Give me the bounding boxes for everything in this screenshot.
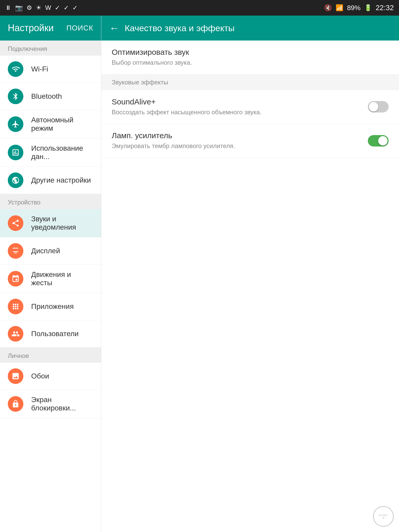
nav-item-apps[interactable]: Приложения <box>0 293 101 320</box>
lockscreen-icon <box>8 396 23 412</box>
sound-effects-label: Звуковые эффекты <box>101 75 399 90</box>
soundalive-text: SoundAlive+ Воссоздать эффект насыщенног… <box>112 97 363 117</box>
tubeamp-toggle-knob <box>378 136 388 145</box>
right-panel: ← Качество звука и эффекты Оптимизироват… <box>101 16 399 532</box>
wifi-status-icon: 📶 <box>336 4 343 11</box>
apps-icon <box>8 299 23 314</box>
display-icon <box>8 243 23 259</box>
othersettings-icon <box>8 172 23 188</box>
nav-item-wifi[interactable]: Wi-Fi <box>0 56 101 83</box>
sounds-icon <box>8 215 23 231</box>
airplane-label: Автономный режим <box>31 116 93 132</box>
settings-title: Настройки <box>8 23 54 34</box>
section-personal: Личное <box>0 348 101 363</box>
settings-icon: ⚙ <box>26 4 32 11</box>
display-label: Дисплей <box>31 247 60 255</box>
users-icon <box>8 326 23 342</box>
left-panel: Настройки ПОИСК Подключения Wi-Fi Blueto… <box>0 16 101 532</box>
optimize-sound-subtitle: Выбор оптимального звука. <box>112 58 389 67</box>
optimize-sound-text: Оптимизировать звук Выбор оптимального з… <box>112 48 389 67</box>
tubeamp-text: Ламп. усилитель Эмулировать тембр лампов… <box>112 131 363 150</box>
datausage-icon <box>8 145 23 160</box>
nav-item-airplane[interactable]: Автономный режим <box>0 110 101 138</box>
nav-item-sounds[interactable]: Звуки и уведомления <box>0 209 101 237</box>
nav-item-display[interactable]: Дисплей <box>0 237 101 265</box>
bluetooth-icon <box>8 89 23 104</box>
apps-label: Приложения <box>31 302 74 311</box>
optimize-sound-title: Оптимизировать звук <box>112 48 389 57</box>
wifi-label: Wi-Fi <box>31 65 48 73</box>
right-header: ← Качество звука и эффекты <box>101 16 399 41</box>
nav-item-bluetooth[interactable]: Bluetooth <box>0 83 101 110</box>
airplane-icon <box>8 116 23 132</box>
nav-item-datausage[interactable]: Использование дан... <box>0 138 101 167</box>
search-button[interactable]: ПОИСК <box>66 24 93 32</box>
nav-item-othersettings[interactable]: Другие настройки <box>0 167 101 194</box>
section-device: Устройство <box>0 194 101 209</box>
battery-percent: 89% <box>347 4 361 12</box>
task-icon2: ✓ <box>64 4 69 11</box>
watermark: GLOBAL⚙ <box>373 506 394 527</box>
tubeamp-title: Ламп. усилитель <box>112 131 363 140</box>
nav-item-wallpaper[interactable]: Обои <box>0 363 101 390</box>
battery-icon: 🔋 <box>364 4 372 11</box>
section-connections: Подключения <box>0 41 101 56</box>
bluetooth-label: Bluetooth <box>31 92 62 101</box>
soundalive-subtitle: Воссоздать эффект насыщенного объемного … <box>112 108 363 117</box>
othersettings-label: Другие настройки <box>31 176 91 184</box>
tubeamp-toggle[interactable] <box>368 135 389 147</box>
left-header: Настройки ПОИСК <box>0 16 101 41</box>
wallpaper-label: Обои <box>31 372 49 380</box>
task-icon3: ✓ <box>72 4 78 11</box>
main-layout: Настройки ПОИСК Подключения Wi-Fi Blueto… <box>0 16 399 532</box>
lockscreen-label: Экран блокировки... <box>31 396 93 412</box>
nav-item-lockscreen[interactable]: Экран блокировки... <box>0 390 101 418</box>
clock: 22:32 <box>376 4 394 12</box>
users-label: Пользователи <box>31 330 79 338</box>
screenshot-icon: 📷 <box>15 4 23 11</box>
soundalive-toggle[interactable] <box>368 101 389 112</box>
nav-item-motions[interactable]: Движения и жесты <box>0 265 101 293</box>
wifi-icon <box>8 61 23 77</box>
status-bar: ⏸ 📷 ⚙ ☀ W ✓ ✓ ✓ 🔇 📶 89% 🔋 22:32 <box>0 0 399 16</box>
mute-icon: 🔇 <box>324 4 332 11</box>
motions-icon <box>8 271 23 287</box>
nav-item-users[interactable]: Пользователи <box>0 320 101 348</box>
status-bar-left: ⏸ 📷 ⚙ ☀ W ✓ ✓ ✓ <box>5 4 78 11</box>
right-content: Оптимизировать звук Выбор оптимального з… <box>101 41 399 532</box>
status-bar-right: 🔇 📶 89% 🔋 22:32 <box>324 4 394 12</box>
sounds-label: Звуки и уведомления <box>31 215 93 231</box>
soundalive-toggle-knob <box>369 102 378 111</box>
weather-icon: ☀ <box>36 4 42 11</box>
soundalive-title: SoundAlive+ <box>112 97 363 106</box>
motions-label: Движения и жесты <box>31 270 93 287</box>
task-icon1: ✓ <box>55 4 60 11</box>
setting-soundalive[interactable]: SoundAlive+ Воссоздать эффект насыщенног… <box>101 90 399 124</box>
right-panel-title: Качество звука и эффекты <box>125 23 235 33</box>
tubeamp-subtitle: Эмулировать тембр лампового усилителя. <box>112 142 363 150</box>
setting-optimize-sound[interactable]: Оптимизировать звук Выбор оптимального з… <box>101 41 399 75</box>
datausage-label: Использование дан... <box>31 144 93 161</box>
word-icon: W <box>45 4 51 11</box>
setting-tubeamp[interactable]: Ламп. усилитель Эмулировать тембр лампов… <box>101 124 399 158</box>
pause-icon: ⏸ <box>5 4 11 11</box>
wallpaper-icon <box>8 368 23 384</box>
back-button[interactable]: ← <box>109 22 119 34</box>
